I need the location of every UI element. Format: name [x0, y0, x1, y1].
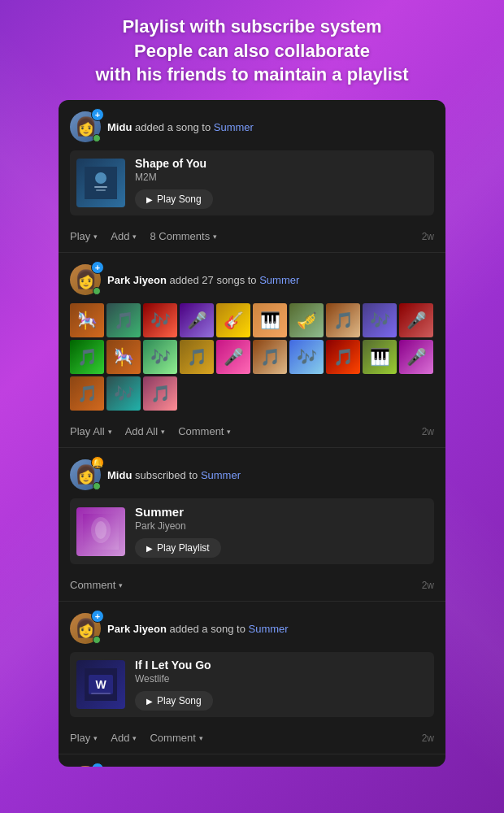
grid-thumb-16: 🎵	[253, 340, 287, 374]
play-btn-1[interactable]: Play ▾	[70, 230, 98, 242]
add-badge-4: +	[91, 610, 104, 623]
time-label-4: 2w	[422, 733, 434, 744]
activity-item-5: 👩 + Park Jiyeon added a song to Summer W…	[59, 754, 445, 767]
play-playlist-btn[interactable]: Play Playlist	[135, 538, 221, 558]
grid-thumb-11: 🎵	[70, 340, 104, 374]
add-label-4: Add	[111, 732, 129, 744]
grid-thumb-3: 🎶	[143, 303, 177, 337]
header-line3: with his friends to maintain a playlist	[24, 63, 480, 87]
action-bar-2: Play All ▾ Add All ▾ Comment ▾ 2w	[70, 419, 434, 447]
grid-thumb-6: 🎹	[253, 303, 287, 337]
songs-grid: 🎠 🎵 🎶 🎤 🎸 🎹 🎺 🎵 🎶 🎤 🎵 🎠 🎶 🎵 🎤 🎵 🎶 🎵 🎹 🎤 …	[70, 303, 434, 411]
play-chevron-4: ▾	[93, 734, 98, 742]
grid-thumb-22: 🎶	[106, 376, 141, 411]
grid-thumb-12: 🎠	[106, 340, 141, 374]
time-label-1: 2w	[422, 231, 434, 242]
add-chevron-1: ▾	[133, 233, 137, 241]
playlist-owner: Park Jiyeon	[135, 520, 428, 532]
activity-text-1: Midu added a song to Summer	[107, 121, 434, 133]
avatar-park-1: 👩 +	[70, 264, 101, 295]
play-song-btn-1[interactable]: Play Song	[135, 189, 213, 209]
playlist-link-3[interactable]: Summer	[201, 469, 241, 481]
activity-text-4: Park Jiyeon added a song to Summer	[107, 623, 434, 635]
status-online-3	[93, 482, 101, 490]
add-all-chevron: ▾	[161, 428, 165, 436]
avatar-park-2: 👩 +	[70, 613, 101, 644]
comment-btn-2[interactable]: Comment ▾	[178, 425, 231, 437]
time-label-3: 2w	[422, 580, 434, 591]
svg-rect-10	[91, 693, 111, 694]
avatar-park-3: 👩 +	[70, 766, 101, 767]
play-song-btn-4[interactable]: Play Song	[135, 691, 213, 711]
action-bar-3: Comment ▾ 2w	[70, 572, 434, 601]
song-artist-4: Westlife	[135, 673, 428, 685]
grid-thumb-10: 🎤	[399, 303, 433, 337]
playlist-link-4[interactable]: Summer	[248, 623, 288, 635]
playlist-info: Summer Park Jiyeon Play Playlist	[135, 505, 428, 558]
playlist-thumb	[76, 507, 125, 556]
comment-btn-3[interactable]: Comment ▾	[70, 579, 123, 591]
svg-text:W: W	[95, 678, 106, 691]
status-online-4	[93, 636, 101, 644]
comment-chevron-2: ▾	[227, 428, 231, 436]
play-all-btn[interactable]: Play All ▾	[70, 425, 112, 437]
username-4: Park Jiyeon	[107, 623, 167, 635]
grid-thumb-5: 🎸	[216, 303, 250, 337]
play-chevron-1: ▾	[93, 233, 98, 241]
svg-rect-3	[96, 189, 106, 191]
avatar-midu-2: 👩 🔔	[70, 459, 101, 490]
add-btn-1[interactable]: Add ▾	[111, 230, 137, 242]
grid-thumb-20: 🎤	[399, 340, 433, 374]
song-card-1: Shape of You M2M Play Song	[70, 150, 434, 215]
comments-chevron-1: ▾	[213, 233, 217, 241]
grid-thumb-23: 🎵	[143, 376, 177, 411]
avatar-midu-1: 👩 +	[70, 111, 101, 142]
action-bar-1: Play ▾ Add ▾ 8 Comments ▾ 2w	[70, 224, 434, 252]
play-all-chevron: ▾	[108, 428, 112, 436]
playlist-link-1[interactable]: Summer	[214, 121, 254, 133]
comments-label-1: 8 Comments	[150, 230, 210, 242]
song-info-4: If I Let You Go Westlife Play Song	[135, 659, 428, 711]
time-label-2: 2w	[422, 426, 434, 437]
grid-thumb-13: 🎶	[143, 340, 177, 374]
add-badge: +	[91, 108, 104, 121]
add-label-1: Add	[111, 230, 129, 242]
song-info-1: Shape of You M2M Play Song	[135, 157, 428, 209]
header-line1: Playlist with subscribe system	[24, 15, 480, 39]
grid-thumb-18: 🎵	[326, 340, 360, 374]
add-all-btn[interactable]: Add All ▾	[125, 425, 165, 437]
song-title-4: If I Let You Go	[135, 659, 428, 672]
username-2: Park Jiyeon	[107, 274, 167, 286]
grid-thumb-9: 🎶	[363, 303, 397, 337]
username-3: Midu	[107, 469, 132, 481]
add-chevron-4: ▾	[133, 734, 137, 742]
bell-badge: 🔔	[91, 456, 104, 469]
playlist-title: Summer	[135, 505, 428, 519]
grid-thumb-8: 🎵	[326, 303, 360, 337]
song-title-1: Shape of You	[135, 157, 428, 170]
comment-chevron-3: ▾	[119, 581, 123, 589]
activity-item-2: 👩 + Park Jiyeon added 27 songs to Summer…	[59, 253, 445, 448]
add-btn-4[interactable]: Add ▾	[111, 732, 137, 744]
song-card-4: W If I Let You Go Westlife Play Song	[70, 652, 434, 717]
comment-btn-4[interactable]: Comment ▾	[150, 732, 202, 744]
comments-btn-1[interactable]: 8 Comments ▾	[150, 230, 217, 242]
add-badge-5: +	[91, 763, 104, 767]
status-online-2	[93, 287, 101, 295]
play-btn-4[interactable]: Play ▾	[70, 732, 98, 744]
song-thumb-1	[76, 159, 125, 207]
add-all-label: Add All	[125, 425, 158, 437]
activity-item-1: 👩 + Midu added a song to Summer Shape of…	[59, 100, 445, 253]
comment-label-2: Comment	[178, 425, 224, 437]
svg-point-6	[95, 521, 106, 539]
comment-label-3: Comment	[70, 579, 115, 591]
header-line2: People can also collaborate	[24, 39, 480, 63]
status-online	[93, 134, 101, 142]
comment-chevron-4: ▾	[199, 734, 203, 742]
grid-thumb-2: 🎵	[106, 303, 141, 337]
grid-thumb-19: 🎹	[363, 340, 397, 374]
add-badge-2: +	[91, 261, 104, 274]
comment-label-4: Comment	[150, 732, 195, 744]
play-label-4: Play	[70, 732, 90, 744]
playlist-link-2[interactable]: Summer	[259, 274, 299, 286]
